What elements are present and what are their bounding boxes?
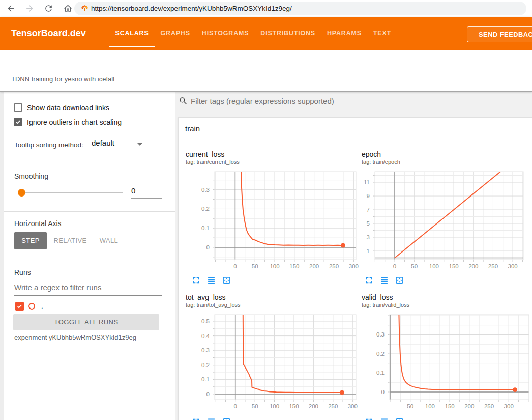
- line-chart[interactable]: 5010015020025030000.10.20.3: [356, 312, 532, 420]
- svg-text:0.1: 0.1: [201, 225, 210, 231]
- fullscreen-icon[interactable]: [192, 276, 200, 285]
- tab-hparams[interactable]: HPARAMS: [321, 17, 367, 50]
- main-content: Filter tags (regular expressions support…: [175, 92, 532, 420]
- chart-tag: tag: train/valid_loss: [362, 302, 409, 309]
- run-row: .: [15, 302, 43, 311]
- forward-icon[interactable]: [25, 4, 35, 13]
- divider: [179, 139, 532, 139]
- chart-title: tot_avg_loss: [186, 293, 226, 301]
- svg-text:0.5: 0.5: [201, 318, 210, 324]
- svg-text:0.3: 0.3: [201, 187, 210, 193]
- toggle-all-runs-button[interactable]: TOGGLE ALL RUNS: [13, 314, 159, 330]
- chart-tag: tag: train/current_loss: [186, 159, 240, 165]
- svg-text:250: 250: [484, 403, 494, 409]
- divider: [4, 163, 175, 163]
- tab-distributions[interactable]: DISTRIBUTIONS: [255, 17, 321, 50]
- chart-tag: tag: train/tot_avg_loss: [186, 302, 241, 309]
- divider: [4, 261, 175, 261]
- url-bar[interactable]: https://tensorboard.dev/experiment/yKUbh…: [74, 2, 526, 15]
- run-color-circle[interactable]: [28, 303, 35, 310]
- fullscreen-icon[interactable]: [365, 417, 373, 420]
- run-name: .: [41, 302, 43, 310]
- svg-text:0.4: 0.4: [201, 333, 210, 339]
- svg-text:50: 50: [252, 263, 258, 269]
- svg-text:7: 7: [367, 207, 370, 213]
- svg-text:9: 9: [367, 193, 370, 199]
- tooltip-sort-value: default: [92, 138, 114, 147]
- svg-text:250: 250: [329, 263, 339, 269]
- step-button[interactable]: STEP: [14, 232, 47, 249]
- chart-tag: tag: train/epoch: [362, 159, 400, 165]
- svg-text:150: 150: [449, 263, 458, 269]
- experiment-caption: experiment yKUbhb5wRmOSXYkId1z9eg: [14, 333, 136, 341]
- fit-domain-icon[interactable]: [395, 276, 404, 285]
- run-selector-icon[interactable]: [207, 276, 216, 285]
- tab-text[interactable]: TEXT: [367, 17, 397, 50]
- experiment-title: TDNN training for yesno with icefall: [11, 75, 114, 83]
- fit-domain-icon[interactable]: [395, 417, 404, 420]
- ignore-outliers-checkbox[interactable]: [14, 118, 22, 126]
- svg-text:0.2: 0.2: [376, 351, 385, 357]
- run-selector-icon[interactable]: [207, 417, 216, 420]
- svg-text:3: 3: [367, 234, 370, 240]
- svg-text:50: 50: [252, 403, 258, 409]
- wall-button[interactable]: WALL: [94, 232, 124, 249]
- subheader: TDNN training for yesno with icefall: [0, 50, 532, 92]
- browser-toolbar: https://tensorboard.dev/experiment/yKUbh…: [0, 0, 532, 17]
- svg-text:100: 100: [270, 263, 279, 269]
- fullscreen-icon[interactable]: [365, 276, 373, 285]
- chart-title: current_loss: [186, 150, 224, 158]
- filter-tags-input[interactable]: Filter tags (regular expressions support…: [191, 97, 334, 105]
- svg-text:11: 11: [364, 179, 370, 185]
- svg-text:200: 200: [309, 403, 318, 409]
- chart-actions: [365, 417, 410, 420]
- tooltip-sort-label: Tooltip sorting method:: [14, 141, 83, 149]
- tab-scalars[interactable]: SCALARS: [109, 17, 155, 50]
- line-chart[interactable]: 05010015020025030000.10.20.3: [186, 168, 361, 278]
- back-icon[interactable]: [6, 4, 16, 13]
- relative-button[interactable]: RELATIVE: [51, 232, 90, 249]
- horizontal-axis-buttons: STEP RELATIVE WALL: [14, 232, 128, 249]
- svg-text:0: 0: [206, 391, 210, 397]
- show-download-links-checkbox[interactable]: [14, 103, 22, 112]
- line-chart[interactable]: 05010015020025030000.10.20.30.40.5: [186, 312, 361, 420]
- svg-text:250: 250: [328, 403, 338, 409]
- run-selector-icon[interactable]: [380, 276, 389, 285]
- smoothing-label: Smoothing: [14, 172, 48, 180]
- horizontal-axis-label: Horizontal Axis: [14, 219, 62, 228]
- run-selector-icon[interactable]: [380, 417, 389, 420]
- smoothing-value-field[interactable]: 0: [131, 186, 162, 199]
- settings-sidebar: Show data download links Ignore outliers…: [0, 92, 175, 420]
- svg-text:300: 300: [504, 403, 514, 409]
- chart-actions: [192, 417, 238, 420]
- svg-text:100: 100: [425, 403, 435, 409]
- chart-actions: [192, 276, 238, 285]
- fullscreen-icon[interactable]: [192, 417, 200, 420]
- svg-text:0: 0: [234, 403, 237, 409]
- reload-icon[interactable]: [44, 4, 53, 13]
- tab-graphs[interactable]: GRAPHS: [155, 17, 196, 50]
- home-icon[interactable]: [63, 4, 73, 13]
- line-chart[interactable]: 0501001502002503001357911: [356, 168, 532, 278]
- fit-domain-icon[interactable]: [222, 276, 231, 285]
- smoothing-slider-track[interactable]: [18, 192, 123, 193]
- runs-regex-input[interactable]: Write a regex to filter runs: [14, 281, 162, 296]
- checkbox-label: Show data download links: [27, 104, 109, 112]
- chart-title: epoch: [362, 150, 381, 158]
- svg-text:200: 200: [309, 263, 319, 269]
- tooltip-sort-dropdown[interactable]: default: [92, 137, 145, 151]
- svg-text:150: 150: [289, 263, 299, 269]
- send-feedback-button[interactable]: SEND FEEDBACK: [467, 26, 532, 42]
- filter-underline: [179, 108, 532, 108]
- svg-text:5: 5: [367, 220, 370, 227]
- divider: [4, 211, 175, 212]
- smoothing-slider-thumb[interactable]: [18, 189, 25, 197]
- run-checkbox[interactable]: [15, 302, 24, 311]
- runs-label: Runs: [14, 268, 31, 276]
- svg-text:0: 0: [233, 263, 237, 269]
- fit-domain-icon[interactable]: [222, 417, 231, 420]
- chart-title: valid_loss: [362, 293, 393, 301]
- search-icon: [179, 97, 187, 105]
- tab-histograms[interactable]: HISTOGRAMS: [196, 17, 255, 50]
- group-title[interactable]: train: [185, 124, 200, 133]
